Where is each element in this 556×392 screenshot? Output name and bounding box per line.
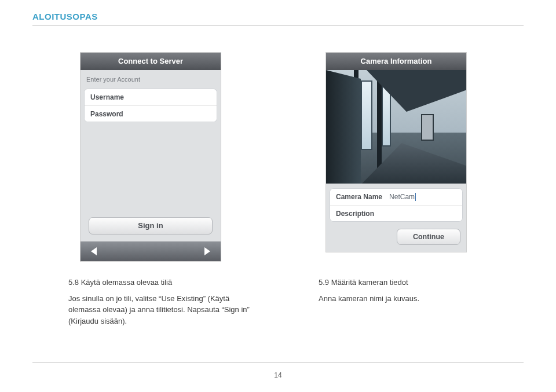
continue-wrap: Continue xyxy=(326,222,466,252)
camera-fields-group: Camera Name NetCam Description xyxy=(330,188,463,222)
credentials-group: Username Password xyxy=(84,89,217,122)
preview-wall xyxy=(326,70,361,184)
nav-back-icon[interactable] xyxy=(91,247,97,255)
titlebar-connect: Connect to Server xyxy=(81,53,221,70)
phone-frame: Camera Information Camera Name xyxy=(325,52,467,252)
page-number: 14 xyxy=(0,371,556,379)
nav-forward-icon[interactable] xyxy=(204,247,210,255)
camera-name-label: Camera Name xyxy=(336,193,382,201)
phone-frame: Connect to Server Enter your Account Use… xyxy=(80,52,221,262)
preview-window xyxy=(361,80,372,150)
caption-right: 5.9 Määritä kameran tiedot Anna kameran … xyxy=(319,277,513,327)
caption-left-body: Jos sinulla on jo tili, valitse “Use Exi… xyxy=(68,293,263,327)
text-cursor-icon xyxy=(415,193,416,201)
camera-name-value: NetCam xyxy=(389,193,416,201)
signin-button[interactable]: Sign in xyxy=(89,217,213,235)
username-label: Username xyxy=(90,93,124,101)
camera-preview xyxy=(326,70,466,184)
signin-wrap: Sign in xyxy=(81,213,221,241)
caption-right-body: Anna kameran nimi ja kuvaus. xyxy=(319,293,513,305)
description-label: Description xyxy=(336,210,374,218)
description-field[interactable]: Description xyxy=(330,205,462,221)
preview-window xyxy=(382,86,391,146)
caption-left-title: 5.8 Käytä olemassa olevaa tiliä xyxy=(68,277,263,288)
caption-right-title: 5.9 Määritä kameran tiedot xyxy=(319,277,513,288)
titlebar-camera: Camera Information xyxy=(326,53,466,70)
captions-row: 5.8 Käytä olemassa olevaa tiliä Jos sinu… xyxy=(32,277,524,327)
document-page: ALOITUSOPAS Connect to Server Enter your… xyxy=(0,0,556,392)
page-header: ALOITUSOPAS xyxy=(32,12,524,21)
screenshot-camera-info: Camera Information Camera Name xyxy=(325,52,467,262)
username-field[interactable]: Username xyxy=(85,89,217,105)
camera-name-field[interactable]: Camera Name NetCam xyxy=(330,189,462,205)
password-label: Password xyxy=(90,110,123,118)
preview-door xyxy=(421,114,434,141)
header-rule xyxy=(32,25,524,25)
bottom-navbar xyxy=(81,241,221,261)
spacer xyxy=(81,122,221,213)
footer-rule xyxy=(32,362,524,363)
screenshots-row: Connect to Server Enter your Account Use… xyxy=(32,52,524,262)
enter-account-label: Enter your Account xyxy=(81,70,221,86)
continue-button[interactable]: Continue xyxy=(397,229,460,245)
caption-left: 5.8 Käytä olemassa olevaa tiliä Jos sinu… xyxy=(68,277,263,327)
screenshot-connect: Connect to Server Enter your Account Use… xyxy=(80,52,221,262)
password-field[interactable]: Password xyxy=(85,105,217,122)
